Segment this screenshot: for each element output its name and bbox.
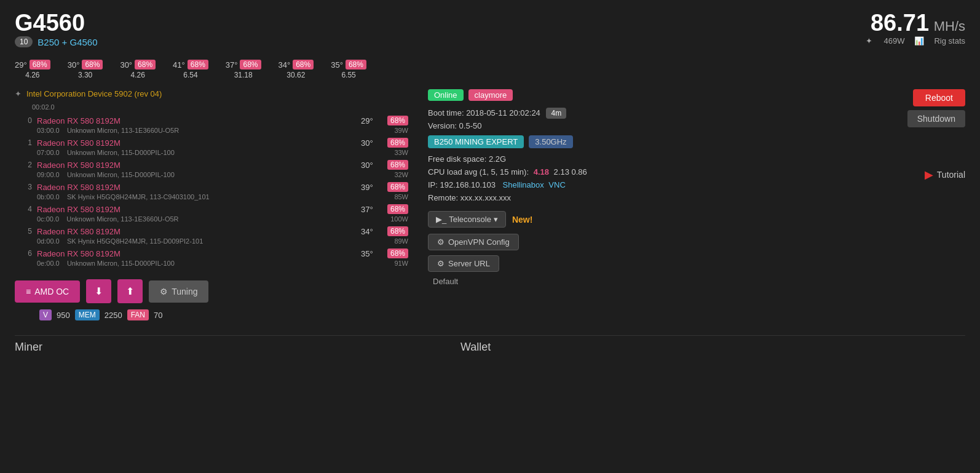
gpu-name-0[interactable]: Radeon RX 580 8192M — [37, 116, 361, 125]
mem-value: 2250 — [105, 311, 122, 320]
gpu-index-4: 4 — [15, 205, 32, 213]
gpu-name-5[interactable]: Radeon RX 580 8192M — [37, 227, 361, 236]
gpu-index-0: 0 — [15, 116, 32, 125]
v-value: 950 — [57, 311, 70, 320]
gpu-fan-5: 68% — [387, 226, 408, 236]
youtube-icon: ▶ — [925, 168, 933, 181]
gpu-addr-4: 0c:00.0 Unknown Micron, 113-1E3660U-O5R — [37, 215, 381, 223]
gpu-temp-item-1: 30° 68% 3.30 — [68, 60, 103, 79]
download-button[interactable]: ⬇ — [86, 279, 111, 303]
remote-row: Remote: xxx.xx.xxx.xxx — [428, 193, 587, 202]
fan-label-oc: FAN — [127, 309, 149, 320]
vnc-link[interactable]: VNC — [548, 180, 565, 189]
table-row: 3 Radeon RX 580 8192M 39° 68% 0b:00.0 SK… — [15, 182, 408, 201]
gpu-addr-5: 0d:00.0 SK Hynix H5GQ8H24MJR, 115-D009PI… — [37, 237, 381, 245]
gpu-temp-item-6: 35° 68% 6.55 — [331, 60, 366, 79]
actions-col: Reboot Shutdown ▶ Tutorial — [907, 89, 965, 181]
wallet-section-label: Wallet — [460, 341, 491, 354]
gpu-name-6[interactable]: Radeon RX 580 8192M — [37, 249, 361, 258]
gpu-temp-1: 30° — [361, 138, 382, 148]
disk-space: Free disk space: 2.2G — [428, 154, 587, 164]
online-badge: Online — [428, 89, 464, 101]
hashrate-unit: MH/s — [934, 18, 965, 34]
version-info: Version: 0.5-50 — [428, 121, 587, 130]
fan-value-oc: 70 — [154, 311, 162, 320]
teleconsole-button[interactable]: ▶_ Teleconsole ▾ — [428, 211, 506, 228]
gpu-power-2: 32W — [381, 171, 408, 178]
gpu-temps-row: 29° 68% 4.26 30° 68% 3.30 30° 68% 4.26 4… — [15, 60, 965, 79]
miner-section-label: Miner — [15, 341, 42, 354]
tutorial-label[interactable]: Tutorial — [937, 170, 965, 180]
intel-addr: 00:02.0 — [32, 103, 408, 111]
table-row: 5 Radeon RX 580 8192M 34° 68% 0d:00.0 SK… — [15, 226, 408, 245]
ip-row: IP: 192.168.10.103 Shellinabox VNC — [428, 180, 587, 189]
gpu-index-2: 2 — [15, 161, 32, 169]
cpu-freq-badge: 3.50GHz — [529, 135, 572, 148]
gpu-power-6: 91W — [381, 260, 408, 267]
gpu-temp-3: 39° — [361, 183, 382, 192]
amd-oc-button[interactable]: ≡ AMD OC — [15, 280, 80, 303]
tuning-button[interactable]: ⚙ Tuning — [149, 280, 208, 303]
left-panel: ✦ Intel Corporation Device 5902 (rev 04)… — [15, 89, 408, 320]
chart-icon: 📊 — [914, 36, 924, 46]
gpu-power-1: 33W — [381, 149, 408, 156]
power-value: 469W — [883, 36, 904, 46]
power-icon: ✦ — [866, 36, 872, 46]
table-row: 0 Radeon RX 580 8192M 29° 68% 03:00.0 Un… — [15, 116, 408, 134]
mem-label: MEM — [75, 309, 100, 320]
table-row: 6 Radeon RX 580 8192M 35° 68% 0e:00.0 Un… — [15, 248, 408, 267]
gpu-temp-item-5: 34° 68% 30.62 — [279, 60, 314, 79]
upload-button[interactable]: ⬆ — [117, 279, 143, 303]
gpu-index-5: 5 — [15, 227, 32, 236]
gear-icon: ⚙ — [160, 287, 168, 296]
gpu-fan-3: 68% — [387, 182, 408, 192]
dropdown-icon: ▾ — [494, 215, 498, 224]
miner-badge: claymore — [468, 89, 513, 101]
openvpn-button[interactable]: ⚙ OpenVPN Config — [428, 234, 519, 250]
gpu-index-1: 1 — [15, 138, 32, 147]
gpu-index-3: 3 — [15, 183, 32, 191]
gpu-fan-4: 68% — [387, 204, 408, 214]
boot-time-label: Boot time: 2018-05-11 20:02:24 — [428, 108, 540, 117]
gpu-addr-3: 0b:00.0 SK Hynix H5GQ8H24MJR, 113-C94031… — [37, 193, 381, 201]
table-row: 2 Radeon RX 580 8192M 30° 68% 09:00.0 Un… — [15, 160, 408, 178]
gpu-temp-6: 35° — [361, 249, 382, 258]
gpu-addr-1: 07:00.0 Unknown Micron, 115-D000PIL-100 — [37, 149, 381, 156]
gpu-power-5: 89W — [381, 237, 408, 245]
gpu-list: 0 Radeon RX 580 8192M 29° 68% 03:00.0 Un… — [15, 116, 408, 267]
gpu-index-6: 6 — [15, 249, 32, 258]
cpu-load-highlight: 4.18 — [534, 167, 549, 177]
rig-badge-num: 10 — [15, 36, 33, 47]
table-row: 1 Radeon RX 580 8192M 30° 68% 07:00.0 Un… — [15, 138, 408, 156]
gpu-name-1[interactable]: Radeon RX 580 8192M — [37, 138, 361, 148]
gpu-addr-0: 03:00.0 Unknown Micron, 113-1E3660U-O5R — [37, 127, 381, 134]
gpu-addr-2: 09:00.0 Unknown Micron, 115-D000PIL-100 — [37, 171, 381, 178]
sliders-icon: ≡ — [26, 287, 31, 296]
server-url-default: Default — [433, 277, 458, 286]
rig-stats-link[interactable]: Rig stats — [934, 36, 965, 46]
cpu-load-row: CPU load avg (1, 5, 15 min): 4.18 2.13 0… — [428, 167, 587, 177]
gpu-temp-item-3: 41° 68% 6.54 — [173, 60, 208, 79]
gpu-fan-6: 68% — [387, 248, 408, 258]
gpu-name-2[interactable]: Radeon RX 580 8192M — [37, 161, 361, 170]
gpu-power-4: 100W — [381, 215, 408, 223]
gpu-temp-item-0: 29° 68% 4.26 — [15, 60, 50, 79]
rig-title: G4560 — [15, 10, 98, 36]
v-label: V — [39, 309, 52, 320]
server-url-button[interactable]: ⚙ Server URL — [428, 255, 499, 272]
rig-name-link[interactable]: B250 + G4560 — [38, 37, 97, 47]
gpu-temp-item-4: 37° 68% 31.18 — [226, 60, 261, 79]
shellinabox-link[interactable]: Shellinabox — [503, 180, 544, 189]
gpu-fan-2: 68% — [387, 160, 408, 170]
gpu-temp-4: 37° — [361, 205, 382, 214]
gpu-name-4[interactable]: Radeon RX 580 8192M — [37, 205, 361, 214]
gpu-power-3: 85W — [381, 193, 408, 201]
gpu-name-3[interactable]: Radeon RX 580 8192M — [37, 183, 361, 192]
table-row: 4 Radeon RX 580 8192M 37° 68% 0c:00.0 Un… — [15, 204, 408, 223]
gpu-addr-6: 0e:00.0 Unknown Micron, 115-D000PIL-100 — [37, 260, 381, 267]
reboot-button[interactable]: Reboot — [913, 89, 965, 106]
shutdown-button[interactable]: Shutdown — [907, 110, 965, 127]
intel-device-name: Intel Corporation Device 5902 (rev 04) — [26, 89, 162, 98]
terminal-icon: ▶_ — [436, 215, 446, 224]
gpu-temp-5: 34° — [361, 227, 382, 236]
